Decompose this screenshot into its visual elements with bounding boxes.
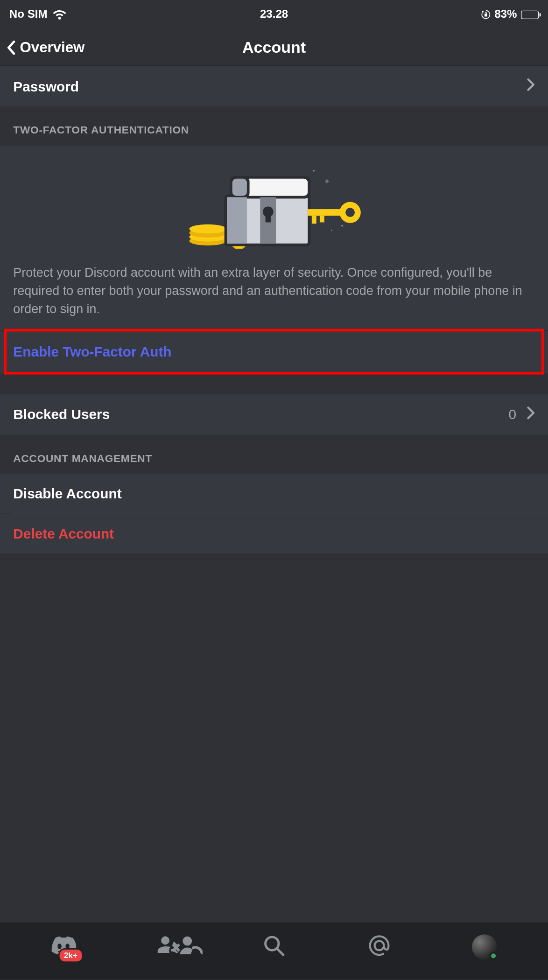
svg-point-25 — [345, 208, 355, 217]
back-button[interactable]: Overview — [0, 39, 84, 56]
status-bar: No SIM 23.28 83% — [0, 0, 548, 29]
account-mgmt-section-header: ACCOUNT MANAGEMENT — [0, 435, 548, 474]
section-spacer — [0, 373, 548, 394]
tab-bar: 2k+ — [0, 923, 548, 980]
twofa-description: Protect your Discord account with an ext… — [13, 263, 534, 318]
password-row[interactable]: Password — [0, 66, 548, 107]
tab-profile[interactable] — [470, 932, 499, 961]
tab-friends[interactable] — [154, 932, 183, 961]
search-icon — [263, 935, 284, 959]
battery-icon — [521, 10, 539, 19]
disable-account-label: Disable Account — [13, 485, 121, 501]
chevron-right-icon — [527, 78, 535, 94]
svg-point-7 — [190, 224, 226, 234]
svg-rect-16 — [232, 179, 247, 196]
notification-badge: 2k+ — [58, 948, 83, 963]
section-spacer — [0, 554, 548, 575]
delete-account-label: Delete Account — [13, 526, 114, 542]
twofa-illustration — [13, 157, 534, 263]
password-label: Password — [13, 78, 79, 94]
chevron-right-icon — [527, 406, 535, 422]
highlight-annotation: Enable Two-Factor Auth — [0, 330, 548, 373]
disable-account-row[interactable]: Disable Account — [0, 474, 548, 513]
svg-rect-21 — [308, 209, 344, 216]
tab-mentions[interactable] — [365, 932, 394, 961]
twofa-section-header: TWO-FACTOR AUTHENTICATION — [0, 107, 548, 146]
svg-rect-23 — [320, 216, 324, 222]
avatar — [472, 934, 498, 959]
svg-point-3 — [331, 230, 332, 231]
blocked-users-row[interactable]: Blocked Users 0 — [0, 394, 548, 435]
enable-twofa-button[interactable]: Enable Two-Factor Auth — [0, 330, 548, 373]
chest-key-icon — [178, 163, 370, 249]
svg-rect-20 — [266, 213, 271, 223]
back-label: Overview — [20, 39, 85, 56]
svg-point-2 — [341, 224, 343, 226]
tab-search[interactable] — [260, 932, 288, 961]
tab-home[interactable]: 2k+ — [49, 932, 77, 961]
svg-point-26 — [183, 936, 192, 945]
friends-icon — [157, 936, 180, 958]
svg-rect-22 — [312, 216, 316, 224]
chevron-left-icon — [7, 40, 16, 55]
clock-text: 23.28 — [0, 8, 548, 21]
nav-header: Overview Account — [0, 29, 548, 66]
twofa-panel: Protect your Discord account with an ext… — [0, 146, 548, 330]
svg-line-28 — [277, 949, 283, 955]
svg-point-1 — [313, 170, 315, 172]
at-icon — [368, 934, 391, 959]
blocked-users-label: Blocked Users — [13, 406, 110, 422]
blocked-users-count: 0 — [508, 406, 516, 422]
enable-twofa-label: Enable Two-Factor Auth — [13, 344, 171, 359]
svg-rect-17 — [227, 197, 247, 244]
presence-online-icon — [489, 952, 498, 960]
delete-account-row[interactable]: Delete Account — [0, 514, 548, 554]
